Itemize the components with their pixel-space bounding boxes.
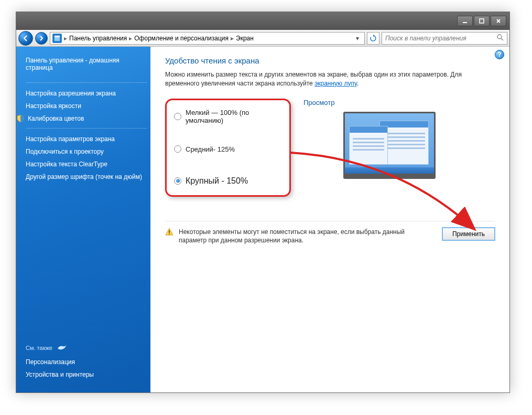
close-button[interactable] <box>491 16 506 26</box>
scale-option-label: Средний- 125% <box>186 145 235 153</box>
sidebar-home[interactable]: Панель управления - домашняя страница <box>26 54 147 74</box>
search-box[interactable] <box>382 32 507 45</box>
warning-icon <box>165 228 173 236</box>
see-also-devices[interactable]: Устройства и принтеры <box>26 368 147 381</box>
svg-rect-6 <box>169 230 170 233</box>
see-also-label: См. также <box>26 345 52 351</box>
help-icon[interactable]: ? <box>495 50 504 59</box>
maximize-button[interactable] <box>474 16 490 26</box>
refresh-button[interactable] <box>367 32 379 45</box>
breadcrumb-item[interactable]: Панель управления <box>69 35 127 42</box>
sidebar-item-resolution[interactable]: Настройка разрешения экрана <box>26 87 147 100</box>
scale-option-small[interactable]: Мелкий — 100% (по умолчанию) <box>174 109 282 124</box>
search-input[interactable] <box>385 35 496 42</box>
desc-text-end: . <box>357 80 359 87</box>
divider <box>26 82 147 83</box>
scale-option-label: Мелкий — 100% (по умолчанию) <box>186 109 282 124</box>
title-bar <box>16 12 509 30</box>
sidebar-item-display-settings[interactable]: Настройка параметров экрана <box>26 133 147 145</box>
breadcrumb-item[interactable]: Оформление и персонализация <box>134 35 229 42</box>
shield-icon <box>16 114 25 123</box>
page-title: Удобство чтения с экрана <box>165 56 495 65</box>
magnifier-link[interactable]: экранную лупу <box>314 80 357 87</box>
sidebar-item-cleartype[interactable]: Настройка текста ClearType <box>26 158 147 171</box>
sidebar: Панель управления - домашняя страница На… <box>16 47 150 392</box>
radio-icon-checked <box>174 177 181 185</box>
breadcrumb-item[interactable]: Экран <box>236 35 254 42</box>
radio-icon <box>174 113 181 120</box>
sidebar-item-projector[interactable]: Подключиться к проектору <box>26 145 147 158</box>
see-also-personalization[interactable]: Персонализация <box>26 356 147 368</box>
chevron-right-icon: ▸ <box>129 35 132 42</box>
nav-bar: ▸ Панель управления ▸ Оформление и персо… <box>16 30 509 47</box>
svg-rect-3 <box>55 36 60 37</box>
chevron-right-icon: ▸ <box>231 35 234 42</box>
page-description: Можно изменить размер текста и других эл… <box>165 70 480 88</box>
chevron-down-icon[interactable]: ▾ <box>353 35 362 42</box>
svg-line-5 <box>501 38 503 40</box>
scale-options-group: Мелкий — 100% (по умолчанию) Средний- 12… <box>165 99 291 197</box>
sidebar-item-brightness[interactable]: Настройка яркости <box>26 100 147 112</box>
svg-rect-7 <box>169 233 170 235</box>
preview-monitor <box>343 112 436 179</box>
scale-option-label: Крупный - 150% <box>186 176 248 186</box>
content-area: ? Удобство чтения с экрана Можно изменит… <box>150 47 509 392</box>
breadcrumb[interactable]: ▸ Панель управления ▸ Оформление и персо… <box>50 32 365 45</box>
warning-text: Некоторые элементы могут не поместиться … <box>179 228 420 244</box>
desc-text: Можно изменить размер текста и других эл… <box>165 71 462 87</box>
forward-button[interactable] <box>35 32 48 45</box>
apply-button[interactable]: Применить <box>442 228 495 240</box>
sidebar-item-calibrate[interactable]: Калибровка цветов <box>28 112 84 125</box>
chevron-right-icon: ▸ <box>64 35 67 42</box>
svg-rect-1 <box>480 19 484 23</box>
back-button[interactable] <box>18 31 33 46</box>
divider <box>26 128 147 129</box>
radio-icon <box>174 145 181 153</box>
svg-point-4 <box>497 35 502 39</box>
scale-option-large[interactable]: Крупный - 150% <box>174 176 282 186</box>
see-also-heading: См. также <box>26 343 147 353</box>
sidebar-item-dpi[interactable]: Другой размер шрифта (точек на дюйм) <box>26 171 147 183</box>
svg-rect-0 <box>463 22 467 23</box>
search-icon <box>496 34 504 42</box>
scale-option-medium[interactable]: Средний- 125% <box>174 145 282 153</box>
preview-label: Просмотр <box>301 99 495 107</box>
control-panel-icon <box>52 34 62 43</box>
minimize-button[interactable] <box>457 16 473 26</box>
bird-icon <box>57 343 67 353</box>
